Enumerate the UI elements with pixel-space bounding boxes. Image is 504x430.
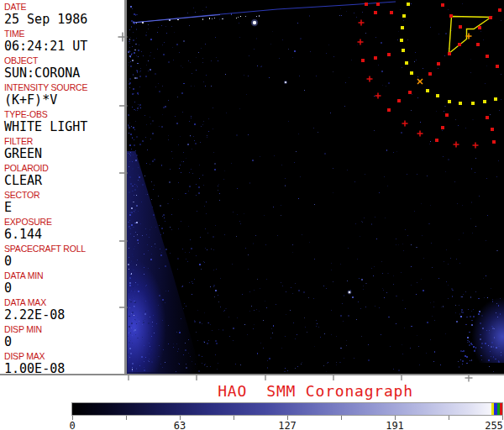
field-label: SECTOR bbox=[4, 191, 39, 200]
field-value: 06:24:21 UT bbox=[4, 39, 87, 54]
field-label: DATA MAX bbox=[4, 298, 65, 307]
metadata-field: INTENSITY SOURCE(K+F)*V bbox=[4, 83, 87, 108]
field-value: E bbox=[4, 201, 39, 215]
metadata-field: TYPE-OBSWHITE LIGHT bbox=[4, 110, 87, 134]
metadata-field: SECTORE bbox=[4, 191, 39, 215]
metadata-field: TIME06:24:21 UT bbox=[4, 29, 87, 54]
field-label: EXPOSURE bbox=[4, 218, 52, 227]
metadata-field: DATE25 Sep 1986 bbox=[4, 3, 87, 27]
colorbar-tick bbox=[234, 416, 234, 420]
colorbar-end-stripe bbox=[500, 403, 502, 415]
smm-coronagraph-display: DATE25 Sep 1986TIME06:24:21 UTOBJECTSUN:… bbox=[0, 0, 504, 430]
colorbar-tick bbox=[449, 416, 449, 420]
metadata-field: DATA MAX2.22E-08 bbox=[4, 298, 65, 322]
field-label: POLAROID bbox=[4, 164, 49, 173]
colorbar-tick-label: 0 bbox=[54, 420, 91, 430]
colorbar-tick-label: 63 bbox=[161, 420, 198, 430]
metadata-field: POLAROIDCLEAR bbox=[4, 164, 49, 188]
field-label: DATA MIN bbox=[4, 271, 43, 281]
metadata-field: FILTERGREEN bbox=[4, 137, 42, 161]
field-value: 0 bbox=[4, 254, 86, 269]
metadata-panel: DATE25 Sep 1986TIME06:24:21 UTOBJECTSUN:… bbox=[0, 0, 124, 375]
field-value: GREEN bbox=[4, 147, 42, 161]
coronagraph-image bbox=[127, 0, 504, 375]
field-label: DISP MAX bbox=[4, 352, 65, 361]
metadata-field: DISP MIN0 bbox=[4, 325, 42, 349]
field-label: DISP MIN bbox=[4, 325, 42, 334]
colorbar-tick bbox=[341, 416, 342, 420]
field-label: TIME bbox=[4, 29, 87, 39]
colorbar-gradient bbox=[71, 402, 503, 416]
field-value: 25 Sep 1986 bbox=[4, 13, 87, 27]
field-value: WHITE LIGHT bbox=[4, 120, 87, 134]
metadata-field: SPACECRAFT ROLL0 bbox=[4, 244, 86, 269]
colorbar-tick-label: 191 bbox=[376, 420, 413, 430]
caption-title: HAO SMM Coronagraph bbox=[127, 382, 504, 400]
image-frame-bottom-border bbox=[0, 374, 504, 375]
metadata-field: OBJECTSUN:CORONA bbox=[4, 56, 80, 81]
metadata-field: DISP MAX1.00E-08 bbox=[4, 352, 65, 376]
field-label: SPACECRAFT ROLL bbox=[4, 244, 86, 254]
field-value: 0 bbox=[4, 281, 43, 296]
field-value: 2.22E-08 bbox=[4, 308, 65, 322]
colorbar-tick-label: 127 bbox=[269, 420, 306, 430]
colorbar-tick-label: 255 bbox=[475, 420, 504, 430]
corona-glow-bottom-right bbox=[463, 294, 504, 363]
field-label: TYPE-OBS bbox=[4, 110, 87, 119]
field-value: SUN:CORONA bbox=[4, 66, 80, 81]
field-value: 0 bbox=[4, 335, 42, 349]
field-label: FILTER bbox=[4, 137, 42, 146]
field-value: 6.144 bbox=[4, 228, 52, 242]
field-label: INTENSITY SOURCE bbox=[4, 83, 87, 92]
colorbar-tick bbox=[126, 416, 127, 420]
metadata-field: EXPOSURE6.144 bbox=[4, 218, 52, 242]
metadata-field: DATA MIN0 bbox=[4, 271, 43, 296]
image-frame-left-border bbox=[124, 0, 127, 375]
field-label: OBJECT bbox=[4, 56, 80, 66]
field-value: (K+F)*V bbox=[4, 93, 87, 108]
corona-glow-bottom-left-core bbox=[128, 239, 180, 372]
field-label: DATE bbox=[4, 3, 87, 12]
field-value: CLEAR bbox=[4, 174, 49, 188]
